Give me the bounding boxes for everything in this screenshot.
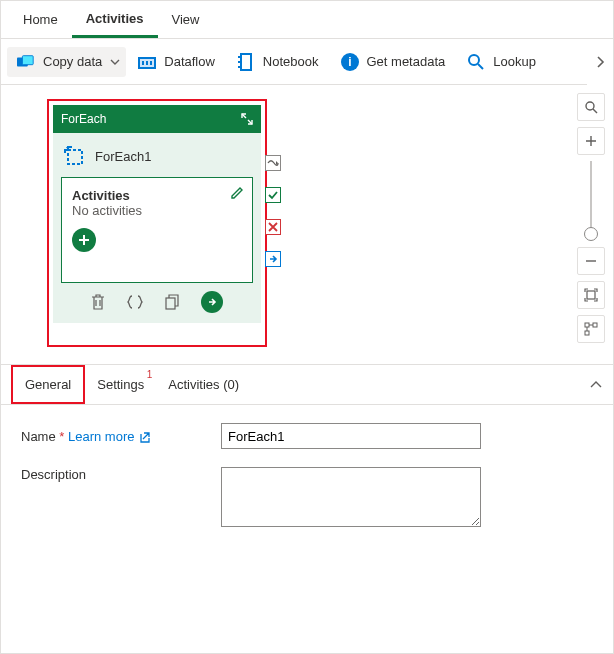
validation-indicator-icon: 1	[147, 369, 153, 380]
properties-tabs: General Settings 1 Activities (0)	[1, 365, 613, 405]
notebook-icon	[237, 53, 255, 71]
svg-rect-19	[166, 298, 175, 309]
copy-data-label: Copy data	[43, 54, 102, 69]
get-metadata-label: Get metadata	[367, 54, 446, 69]
description-textarea[interactable]	[221, 467, 481, 527]
svg-rect-12	[238, 66, 240, 68]
properties-panel: Name * Learn more Description	[1, 405, 613, 566]
code-braces-icon[interactable]	[127, 295, 143, 309]
fit-to-screen-button[interactable]	[577, 281, 605, 309]
svg-text:i: i	[348, 55, 351, 69]
svg-rect-7	[150, 61, 152, 65]
lookup-icon	[467, 53, 485, 71]
zoom-out-button[interactable]	[577, 247, 605, 275]
zoom-slider-handle[interactable]	[584, 227, 598, 241]
zoom-in-button[interactable]	[577, 127, 605, 155]
svg-rect-9	[242, 55, 250, 69]
name-field-label: Name * Learn more	[21, 423, 221, 449]
svg-rect-17	[68, 150, 82, 164]
foreach-activity-node[interactable]: ForEach ForEach1 Activities No activitie…	[53, 105, 261, 323]
lookup-label: Lookup	[493, 54, 536, 69]
required-indicator: *	[59, 429, 64, 444]
svg-rect-6	[146, 61, 148, 65]
main-tabs: Home Activities View	[1, 1, 613, 39]
tab-settings-label: Settings	[97, 377, 144, 392]
copy-data-button[interactable]: Copy data	[7, 47, 126, 77]
activities-toolbar: Copy data Dataflow Notebook i Get metada…	[1, 39, 613, 85]
info-icon: i	[341, 53, 359, 71]
svg-rect-10	[238, 56, 240, 58]
node-header[interactable]: ForEach	[53, 105, 261, 133]
svg-rect-23	[587, 291, 595, 299]
copy-icon[interactable]	[165, 294, 179, 310]
connector-skip-icon[interactable]	[265, 155, 281, 171]
node-name-label: ForEach1	[95, 149, 151, 164]
external-link-icon	[138, 431, 150, 443]
connector-completion-icon[interactable]	[265, 251, 281, 267]
dataflow-label: Dataflow	[164, 54, 215, 69]
node-header-label: ForEach	[61, 112, 106, 126]
run-icon[interactable]	[201, 291, 223, 313]
node-connectors	[265, 155, 281, 267]
notebook-label: Notebook	[263, 54, 319, 69]
connector-failure-icon[interactable]	[265, 219, 281, 235]
toolbar-scroll-right[interactable]	[587, 39, 613, 85]
learn-more-text: Learn more	[68, 429, 134, 444]
tab-general[interactable]: General	[11, 365, 85, 404]
lookup-button[interactable]: Lookup	[457, 47, 546, 77]
zoom-slider-track[interactable]	[590, 161, 592, 229]
no-activities-text: No activities	[72, 203, 242, 218]
auto-align-button[interactable]	[577, 315, 605, 343]
activities-heading: Activities	[72, 188, 242, 203]
node-name-row: ForEach1	[61, 141, 253, 177]
svg-line-22	[593, 109, 597, 113]
svg-point-21	[586, 102, 594, 110]
svg-rect-1	[22, 55, 33, 64]
svg-rect-25	[593, 323, 597, 327]
pipeline-canvas[interactable]: ForEach ForEach1 Activities No activitie…	[1, 85, 613, 365]
add-activity-button[interactable]	[72, 228, 96, 252]
learn-more-link[interactable]: Learn more	[68, 429, 150, 444]
chevron-down-icon	[110, 57, 120, 67]
get-metadata-button[interactable]: i Get metadata	[331, 47, 456, 77]
canvas-controls	[577, 93, 605, 343]
copy-data-icon	[17, 53, 35, 71]
canvas-search-button[interactable]	[577, 93, 605, 121]
node-body: ForEach1 Activities No activities	[53, 133, 261, 323]
tab-view[interactable]: View	[158, 1, 214, 38]
name-input[interactable]	[221, 423, 481, 449]
delete-icon[interactable]	[91, 294, 105, 310]
dataflow-icon	[138, 53, 156, 71]
dataflow-button[interactable]: Dataflow	[128, 47, 225, 77]
tab-settings[interactable]: Settings 1	[85, 365, 156, 404]
svg-rect-26	[585, 331, 589, 335]
connector-success-icon[interactable]	[265, 187, 281, 203]
svg-rect-24	[585, 323, 589, 327]
tab-activities[interactable]: Activities	[72, 1, 158, 38]
tab-home[interactable]: Home	[9, 1, 72, 38]
collapse-panel-button[interactable]	[589, 378, 603, 392]
notebook-button[interactable]: Notebook	[227, 47, 329, 77]
description-field-label: Description	[21, 467, 221, 530]
foreach-icon	[63, 145, 85, 167]
inner-activities-box[interactable]: Activities No activities	[61, 177, 253, 283]
pencil-icon[interactable]	[230, 186, 244, 200]
tab-inner-activities[interactable]: Activities (0)	[156, 365, 251, 404]
expand-icon[interactable]	[241, 113, 253, 125]
svg-point-15	[469, 55, 479, 65]
name-label-text: Name	[21, 429, 56, 444]
svg-rect-5	[142, 61, 144, 65]
svg-line-16	[478, 64, 483, 69]
svg-rect-11	[238, 61, 240, 63]
node-actions	[61, 283, 253, 319]
